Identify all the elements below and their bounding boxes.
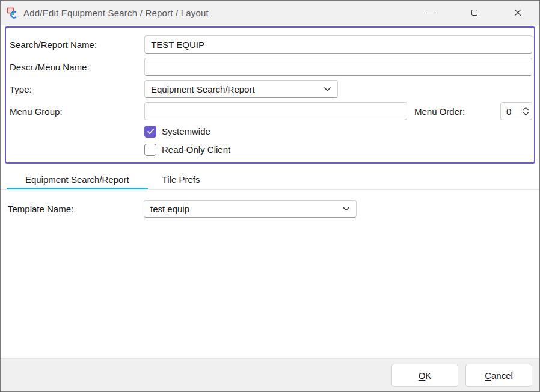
read-only-client-label: Read-Only Client xyxy=(162,144,230,155)
template-name-label: Template Name: xyxy=(8,204,144,214)
cancel-button[interactable]: Cancel xyxy=(465,364,532,387)
titlebar[interactable]: Add/Edit Equipment Search / Report / Lay… xyxy=(1,1,539,25)
ok-label-mnemonic: O xyxy=(419,370,426,381)
menu-group-row: Menu Group: Menu Order: 0 xyxy=(10,102,532,120)
spinner-updown-icon xyxy=(523,106,529,117)
search-report-name-row: Search/Report Name: xyxy=(10,35,532,54)
menu-order-spinner[interactable]: 0 xyxy=(500,102,532,120)
menu-group-label: Menu Group: xyxy=(10,106,144,117)
template-name-row: Template Name: test equip xyxy=(8,200,539,218)
systemwide-label: Systemwide xyxy=(162,126,210,136)
menu-order-value: 0 xyxy=(506,106,523,117)
chevron-down-icon xyxy=(324,87,331,92)
window-title: Add/Edit Equipment Search / Report / Lay… xyxy=(23,8,209,18)
read-only-client-checkbox[interactable] xyxy=(144,144,156,156)
systemwide-checkbox[interactable] xyxy=(144,126,156,138)
ok-button[interactable]: OK xyxy=(391,364,458,387)
descr-menu-name-input[interactable] xyxy=(144,58,532,76)
descr-menu-name-row: Descr./Menu Name: xyxy=(10,58,532,76)
search-report-name-label: Search/Report Name: xyxy=(10,40,144,50)
tab-tile-prefs[interactable]: Tile Prefs xyxy=(149,169,213,189)
type-label: Type: xyxy=(10,84,144,94)
minimize-icon xyxy=(428,13,435,13)
menu-order-label: Menu Order: xyxy=(414,106,465,117)
template-name-dropdown[interactable]: test equip xyxy=(144,200,357,218)
app-icon xyxy=(7,7,18,19)
close-button[interactable] xyxy=(496,1,539,25)
window-controls xyxy=(410,1,539,25)
cancel-label-rest: ancel xyxy=(491,370,513,381)
tab-content: Template Name: test equip xyxy=(1,190,539,358)
template-name-value: test equip xyxy=(150,204,337,214)
systemwide-row: Systemwide xyxy=(10,124,532,138)
cancel-label-mnemonic: C xyxy=(485,370,491,381)
maximize-button[interactable] xyxy=(453,1,496,25)
menu-group-input[interactable] xyxy=(144,102,407,120)
tab-label: Tile Prefs xyxy=(162,174,200,185)
maximize-icon xyxy=(471,10,477,16)
descr-menu-name-label: Descr./Menu Name: xyxy=(10,62,144,72)
type-row: Type: Equipment Search/Report xyxy=(10,80,532,98)
chevron-down-icon xyxy=(342,206,350,212)
read-only-client-row: Read-Only Client xyxy=(10,142,532,156)
minimize-button[interactable] xyxy=(410,1,453,25)
form-panel: Search/Report Name: Descr./Menu Name: Ty… xyxy=(5,26,535,164)
type-dropdown-value: Equipment Search/Report xyxy=(151,84,319,94)
search-report-name-input[interactable] xyxy=(144,35,532,54)
tab-label: Equipment Search/Report xyxy=(25,174,129,185)
tab-bar: Equipment Search/Report Tile Prefs xyxy=(1,169,539,190)
dialog-window: Add/Edit Equipment Search / Report / Lay… xyxy=(0,0,540,392)
close-icon xyxy=(514,9,521,16)
type-dropdown[interactable]: Equipment Search/Report xyxy=(144,80,338,98)
checkmark-icon xyxy=(147,128,155,135)
footer: OK Cancel xyxy=(1,358,539,391)
ok-label-rest: K xyxy=(425,370,431,381)
tab-equipment-search-report[interactable]: Equipment Search/Report xyxy=(5,169,149,189)
